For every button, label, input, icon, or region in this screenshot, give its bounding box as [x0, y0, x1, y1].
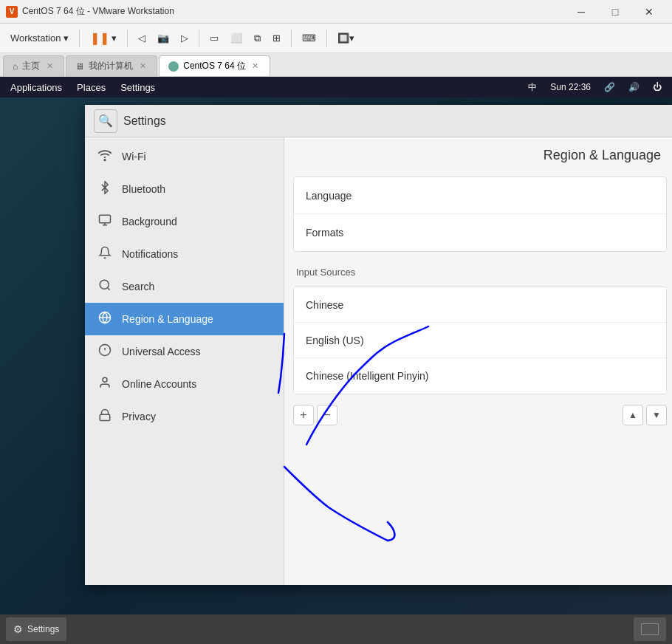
search-icon [97, 278, 113, 295]
sidebar-item-bluetooth[interactable]: Bluetooth [85, 173, 284, 205]
sidebar-item-background-label: Background [122, 216, 177, 227]
sidebar-item-background[interactable]: Background [85, 205, 284, 238]
svg-point-11 [103, 377, 107, 382]
dropdown-arrow-icon: ▾ [64, 32, 69, 44]
snapshot-button[interactable]: 📷 [153, 27, 174, 49]
notifications-icon [97, 246, 113, 263]
settings-sidebar: Wi-Fi Bluetooth Ba [85, 137, 284, 585]
universal-access-icon [97, 343, 113, 360]
input-sources-card: Chinese English (US) Chinese (Intelligen… [293, 287, 667, 394]
settings-header: 🔍 Settings [85, 105, 672, 137]
down-arrow-icon: ▼ [652, 410, 661, 420]
taskbar-vm-display[interactable] [634, 617, 666, 641]
online-accounts-icon [97, 376, 113, 393]
pause-dropdown-icon: ▾ [112, 32, 117, 44]
pause-button[interactable]: ❚❚ ▾ [86, 27, 121, 49]
formats-row[interactable]: Formats [294, 214, 666, 251]
up-arrow-icon: ▲ [628, 410, 637, 420]
maximize-button[interactable]: □ [598, 0, 632, 24]
workstation-menu-button[interactable]: Workstation ▾ [6, 27, 73, 49]
privacy-icon [97, 408, 113, 425]
window-controls: ─ □ ✕ [564, 0, 666, 24]
sidebar-item-online-accounts-label: Online Accounts [122, 378, 196, 390]
toolbar-separator-2 [127, 30, 128, 47]
input-source-english[interactable]: English (US) [294, 323, 666, 358]
vm-fullscreen-btn3[interactable]: ⧉ [250, 27, 265, 49]
sidebar-item-search-label: Search [122, 281, 154, 292]
centos-tab-icon [168, 61, 179, 72]
sidebar-item-region-label: Region & Language [122, 313, 213, 325]
pause-icon: ❚❚ [90, 31, 109, 45]
view-button[interactable]: 🔲▾ [333, 27, 359, 49]
input-source-chinese-label: Chinese [306, 299, 343, 311]
computer-tab-close[interactable]: ✕ [137, 61, 148, 72]
sidebar-item-bluetooth-label: Bluetooth [122, 183, 165, 195]
input-indicator[interactable]: 中 [525, 80, 540, 95]
taskbar-settings-icon: ⚙ [13, 623, 23, 635]
input-source-pinyin[interactable]: Chinese (Intelligent Pinyin) [294, 358, 666, 394]
language-row[interactable]: Language [294, 177, 666, 214]
ctrl-alt-del-button[interactable]: ⌨ [298, 27, 320, 49]
svg-rect-12 [100, 414, 110, 420]
gnome-applications-button[interactable]: Applications [7, 80, 65, 95]
gnome-settings-button[interactable]: Settings [117, 80, 158, 95]
sidebar-item-region[interactable]: Region & Language [85, 303, 284, 335]
wifi-icon [97, 148, 113, 166]
toolbar-separator-5 [326, 30, 327, 47]
sidebar-item-universal-label: Universal Access [122, 346, 201, 357]
vm-fullscreen-btn4[interactable]: ⊞ [268, 27, 285, 49]
vm-display-icon [641, 623, 659, 635]
input-sources-label: Input Sources [284, 258, 672, 281]
sidebar-item-notifications-label: Notifications [122, 248, 178, 260]
remove-icon: − [323, 408, 330, 422]
background-icon [97, 213, 113, 230]
add-input-source-button[interactable]: + [293, 405, 314, 425]
sidebar-item-universal[interactable]: Universal Access [85, 335, 284, 368]
power-icon[interactable]: ⏻ [650, 80, 665, 94]
sidebar-item-privacy[interactable]: Privacy [85, 400, 284, 433]
settings-main-panel: Region & Language Language Formats Input… [284, 137, 672, 585]
snapshot-back-button[interactable]: ◁ [134, 27, 150, 49]
taskbar-settings[interactable]: ⚙ Settings [6, 617, 66, 641]
svg-rect-1 [100, 215, 111, 223]
sidebar-item-online-accounts[interactable]: Online Accounts [85, 368, 284, 400]
volume-icon[interactable]: 🔊 [625, 80, 642, 94]
bluetooth-icon [97, 181, 113, 198]
clock[interactable]: Sun 22:36 [547, 80, 594, 94]
minimize-button[interactable]: ─ [564, 0, 598, 24]
tab-home[interactable]: ⌂ 主页 ✕ [3, 55, 64, 76]
close-button[interactable]: ✕ [632, 0, 666, 24]
sidebar-item-search[interactable]: Search [85, 270, 284, 303]
move-down-button[interactable]: ▼ [646, 405, 667, 425]
settings-search-button[interactable]: 🔍 [94, 109, 117, 133]
home-tab-label: 主页 [22, 60, 40, 72]
settings-window-title: Settings [123, 114, 166, 128]
vm-fullscreen-btn2[interactable]: ⬜ [226, 27, 247, 49]
workstation-label: Workstation [10, 32, 61, 44]
settings-window: 🔍 Settings Wi-Fi [85, 105, 672, 585]
taskbar: ⚙ Settings [0, 614, 672, 644]
input-source-english-label: English (US) [306, 335, 364, 346]
sidebar-item-wifi[interactable]: Wi-Fi [85, 140, 284, 173]
taskbar-settings-label: Settings [27, 624, 59, 634]
tab-my-computer[interactable]: 🖥 我的计算机 ✕ [66, 55, 157, 76]
toolbar-separator-4 [291, 30, 292, 47]
sidebar-item-wifi-label: Wi-Fi [122, 151, 146, 162]
network-icon[interactable]: 🔗 [601, 80, 618, 94]
remove-input-source-button[interactable]: − [317, 405, 337, 425]
vm-desktop: 🔍 Settings Wi-Fi [0, 97, 672, 614]
snapshot-forward-button[interactable]: ▷ [176, 27, 193, 49]
vm-fullscreen-btn1[interactable]: ▭ [205, 27, 223, 49]
language-label: Language [306, 190, 352, 202]
svg-point-4 [100, 280, 109, 289]
sidebar-item-notifications[interactable]: Notifications [85, 238, 284, 270]
toolbar-separator-1 [79, 30, 80, 47]
move-up-button[interactable]: ▲ [623, 405, 643, 425]
centos-tab-label: CentOS 7 64 位 [183, 60, 246, 72]
input-source-chinese[interactable]: Chinese [294, 287, 666, 323]
gnome-places-button[interactable]: Places [74, 80, 109, 95]
centos-tab-close[interactable]: ✕ [250, 61, 261, 72]
add-icon: + [300, 408, 306, 422]
tab-centos[interactable]: CentOS 7 64 位 ✕ [159, 55, 270, 76]
home-tab-close[interactable]: ✕ [44, 61, 55, 72]
